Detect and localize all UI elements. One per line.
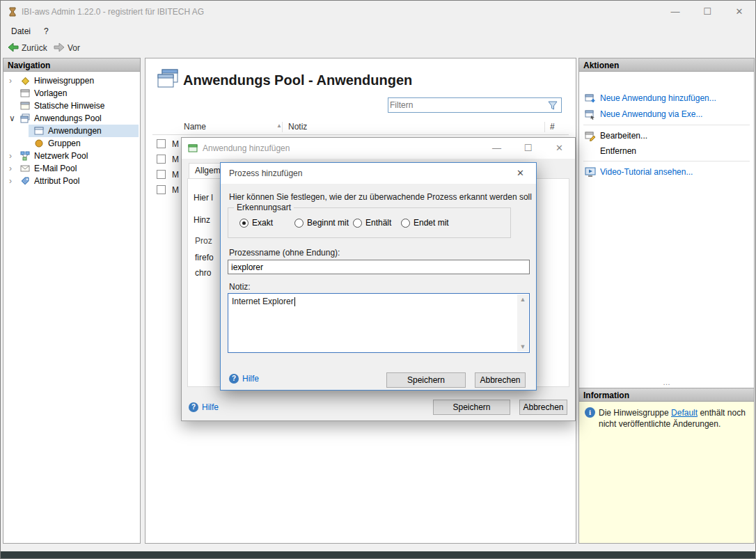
back-arrow-icon	[8, 42, 19, 54]
help-link[interactable]: ? Hilfe	[189, 402, 219, 412]
radio-icon	[401, 219, 410, 228]
sidebar-item-label: Anwendungs Pool	[34, 112, 102, 125]
action-neue-anwendung-exe[interactable]: Neue Anwendung via Exe...	[579, 107, 754, 121]
chevron-down-icon[interactable]: ∨	[9, 112, 17, 125]
sidebar-item-email-pool[interactable]: › E-Mail Pool	[3, 162, 140, 175]
filter-funnel-icon[interactable]	[547, 100, 558, 113]
maximize-icon[interactable]: ☐	[512, 138, 544, 158]
row-name: M	[172, 155, 179, 164]
radio-selected-icon	[239, 219, 249, 228]
info-icon: i	[585, 407, 595, 418]
radio-icon	[294, 219, 304, 228]
save-button[interactable]: Speichern	[433, 400, 510, 415]
note-field[interactable]: Internet Explorer ▲ ▼	[228, 293, 530, 353]
menu-help[interactable]: ?	[39, 25, 54, 38]
sidebar-item-anwendungs-pool[interactable]: ∨ Anwendungs Pool	[3, 112, 140, 125]
actions-panel: Aktionen Neue Anwendung hinzufügen... Ne…	[578, 58, 755, 396]
forward-button[interactable]: Vor	[51, 40, 83, 56]
row-checkbox[interactable]	[157, 170, 166, 179]
sidebar-item-label: Netzwerk Pool	[34, 150, 88, 162]
dialog-description: Hier können Sie festlegen, wie der zu üb…	[229, 192, 532, 202]
information-message: Die Hinweisgruppe Default enthält noch n…	[599, 407, 748, 430]
row-checkbox[interactable]	[157, 155, 166, 164]
radio-icon	[353, 219, 362, 228]
sidebar-item-hinweisgruppen[interactable]: › Hinweisgruppen	[3, 74, 140, 87]
sidebar-item-netzwerk-pool[interactable]: › Netzwerk Pool	[3, 150, 140, 162]
help-link[interactable]: ? Hilfe	[229, 374, 259, 384]
action-video-tutorial[interactable]: Video-Tutorial ansehen...	[579, 165, 754, 179]
edit-icon	[585, 130, 596, 145]
email-pool-icon	[20, 164, 30, 177]
column-header-name[interactable]: Name	[184, 122, 206, 132]
netzwerk-pool-icon	[20, 151, 30, 164]
sort-asc-icon: ▲	[276, 123, 282, 129]
add-application-icon	[585, 93, 596, 108]
help-label: Hilfe	[202, 402, 219, 412]
close-icon[interactable]: ✕	[505, 163, 536, 183]
save-button[interactable]: Speichern	[386, 372, 466, 388]
radio-exakt[interactable]: Exakt	[239, 217, 273, 228]
scroll-up-icon[interactable]: ▲	[517, 294, 528, 304]
close-icon[interactable]: ✕	[723, 1, 755, 22]
note-label: Notiz:	[229, 282, 251, 292]
filter-container	[388, 97, 562, 113]
chevron-right-icon[interactable]: ›	[9, 162, 17, 175]
obscured-text-fragment: Hinz	[194, 215, 210, 225]
column-header-notiz[interactable]: Notiz	[288, 122, 307, 132]
app-window: IBI-aws Admin 1.22.0 - registriert für I…	[0, 0, 756, 559]
navigation-tree: › Hinweisgruppen Vorlagen Statische Hinw…	[3, 72, 141, 544]
scrollbar[interactable]: ▲ ▼	[517, 294, 528, 352]
sidebar-item-gruppen[interactable]: Gruppen	[3, 137, 140, 150]
action-label: Entfernen	[600, 144, 636, 158]
sidebar-item-vorlagen[interactable]: Vorlagen	[3, 87, 140, 100]
row-checkbox[interactable]	[157, 185, 166, 194]
action-bearbeiten[interactable]: Bearbeiten...	[579, 129, 754, 143]
back-button[interactable]: Zurück	[5, 40, 50, 56]
sidebar-item-statische-hinweise[interactable]: Statische Hinweise	[3, 100, 140, 112]
sidebar-item-label: Hinweisgruppen	[34, 74, 94, 87]
note-value: Internet Explorer	[232, 297, 294, 306]
sidebar-item-label: Anwendungen	[48, 125, 102, 137]
help-label: Hilfe	[242, 374, 259, 384]
chevron-right-icon[interactable]: ›	[9, 74, 17, 87]
row-checkbox[interactable]	[157, 139, 166, 148]
column-header-count[interactable]: #	[550, 122, 555, 132]
action-label: Neue Anwendung via Exe...	[600, 107, 702, 121]
minimize-icon[interactable]: —	[481, 138, 512, 158]
action-entfernen[interactable]: Entfernen	[579, 144, 754, 158]
close-icon[interactable]: ✕	[544, 138, 575, 158]
cancel-button[interactable]: Abbrechen	[519, 400, 567, 415]
menu-datei[interactable]: Datei	[6, 25, 36, 38]
dialog-title-bar: Anwendung hinzufügen — ☐ ✕	[182, 138, 575, 159]
panel-splitter[interactable]: …	[578, 379, 755, 388]
separator	[583, 125, 750, 125]
sidebar-item-label: Attribut Pool	[34, 175, 79, 187]
forward-label: Vor	[68, 43, 80, 53]
forward-arrow-icon	[54, 42, 65, 54]
action-label: Bearbeiten...	[600, 129, 647, 143]
cancel-button[interactable]: Abbrechen	[475, 372, 526, 388]
action-neue-anwendung[interactable]: Neue Anwendung hinzufügen...	[579, 91, 754, 105]
obscured-text-fragment: Hier l	[194, 193, 213, 203]
process-name-input[interactable]	[228, 260, 530, 274]
sidebar-item-attribut-pool[interactable]: › Attribut Pool	[3, 175, 140, 187]
chevron-right-icon[interactable]: ›	[9, 150, 17, 162]
radio-endet-mit[interactable]: Endet mit	[401, 217, 449, 228]
minimize-icon[interactable]: —	[659, 1, 691, 22]
radio-beginnt-mit[interactable]: Beginnt mit	[294, 217, 349, 228]
window-title: IBI-aws Admin 1.22.0 - registriert für I…	[22, 7, 204, 17]
toolbar: Zurück Vor	[1, 39, 755, 57]
default-group-link[interactable]: Default	[671, 408, 698, 418]
maximize-icon[interactable]: ☐	[691, 1, 723, 22]
chevron-right-icon[interactable]: ›	[9, 175, 17, 187]
column-separator[interactable]	[282, 122, 283, 132]
add-application-exe-icon	[585, 109, 596, 124]
help-icon: ?	[189, 402, 198, 412]
group-label: Erkennungsart	[234, 203, 294, 212]
obscured-text-fragment: firefo	[195, 253, 214, 262]
scroll-down-icon[interactable]: ▼	[517, 342, 528, 352]
filter-input[interactable]	[390, 99, 544, 111]
column-separator[interactable]	[544, 122, 545, 132]
video-tutorial-icon	[585, 166, 596, 182]
radio-enthaelt[interactable]: Enthält	[353, 217, 391, 228]
